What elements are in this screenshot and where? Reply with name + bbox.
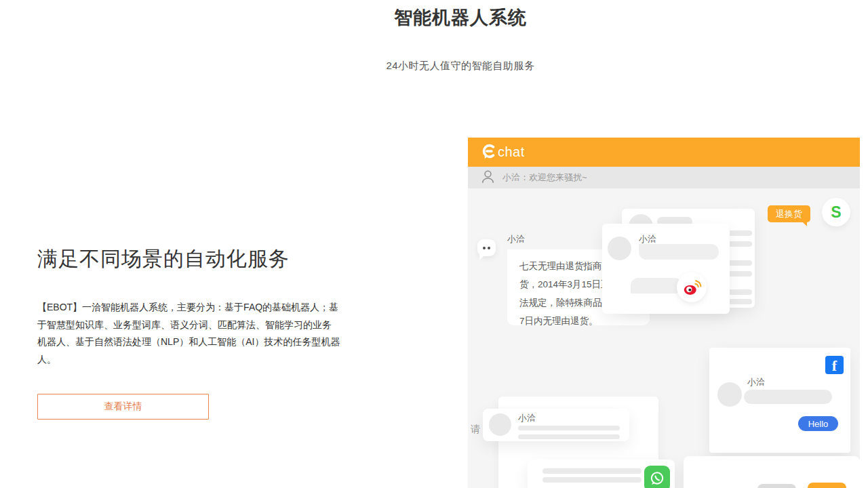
green-s-icon: S bbox=[822, 198, 850, 226]
user-message-fragment: 请 bbox=[471, 424, 480, 436]
dot bbox=[488, 247, 490, 249]
avatar bbox=[489, 413, 511, 436]
placeholder-bar bbox=[518, 434, 620, 439]
action-sheet-card bbox=[684, 456, 860, 488]
intro-description: 【EBOT】一洽智能机器人系统，主要分为：基于FAQ的基础机器人；基于智慧型知识… bbox=[37, 299, 340, 368]
chat-mockup-panel: chat 小洽：欢迎您来骚扰~ 小洽 七天无理由退货指商品 货，2014年3月1… bbox=[468, 138, 860, 488]
placeholder-bar bbox=[542, 477, 642, 483]
echat-logo-icon bbox=[481, 143, 496, 162]
message-line: 7日内无理由退货。 bbox=[519, 312, 650, 330]
chat-header: chat bbox=[468, 138, 860, 167]
agent-name: 小洽 bbox=[507, 233, 525, 245]
echat-logo: chat bbox=[481, 143, 525, 162]
weibo-chat-card: 小洽 bbox=[602, 224, 730, 314]
confirm-pill-button bbox=[808, 483, 846, 488]
section-header: 智能机器人系统 24小时无人值守的智能自助服务 bbox=[53, 0, 868, 73]
facebook-icon: f bbox=[825, 356, 844, 374]
agent-chat-card: 小洽 bbox=[483, 409, 629, 441]
placeholder-bar bbox=[631, 278, 682, 293]
echat-logo-text: chat bbox=[498, 144, 525, 160]
avatar bbox=[717, 382, 742, 407]
person-icon bbox=[480, 169, 496, 187]
placeholder-bar bbox=[639, 244, 719, 260]
whatsapp-icon bbox=[644, 466, 670, 488]
facebook-chat-card: f 小洽 Hello bbox=[709, 348, 850, 453]
hello-reply-bubble: Hello bbox=[798, 416, 838, 431]
landing-page: 智能机器人系统 24小时无人值守的智能自助服务 满足不同场景的自动化服务 【EB… bbox=[0, 0, 868, 488]
placeholder-bar bbox=[744, 390, 832, 404]
return-exchange-badge: 退换货 bbox=[768, 205, 810, 222]
placeholder-bar bbox=[518, 426, 620, 430]
agent-bubble-icon bbox=[477, 239, 496, 256]
whatsapp-chat-card bbox=[528, 460, 675, 488]
avatar bbox=[608, 237, 631, 260]
agent-name: 小洽 bbox=[747, 376, 765, 388]
agent-name: 小洽 bbox=[518, 412, 536, 424]
dot bbox=[483, 247, 486, 249]
view-details-button[interactable]: 查看详情 bbox=[37, 394, 209, 420]
page-title: 智能机器人系统 bbox=[53, 5, 868, 30]
page-subtitle: 24小时无人值守的智能自助服务 bbox=[53, 60, 868, 73]
cancel-pill-button bbox=[757, 484, 796, 488]
notice-bar: 小洽：欢迎您来骚扰~ bbox=[468, 167, 860, 188]
intro-heading: 满足不同场景的自动化服务 bbox=[37, 245, 290, 273]
placeholder-bar bbox=[542, 468, 642, 474]
weibo-icon bbox=[677, 272, 707, 302]
notice-text: 小洽：欢迎您来骚扰~ bbox=[502, 171, 587, 184]
